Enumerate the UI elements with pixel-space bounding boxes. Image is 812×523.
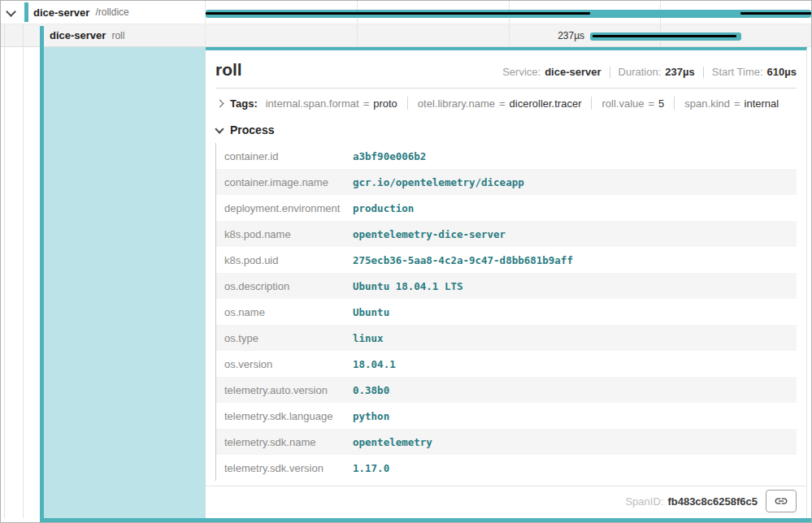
span-bar-roll[interactable] <box>590 32 741 41</box>
kv-key: deployment.environment <box>216 202 353 214</box>
kv-value: opentelemetry <box>353 436 432 448</box>
tag-item: span.kind = internal <box>684 97 779 110</box>
separator <box>610 67 610 78</box>
service-label: Service: <box>502 66 541 78</box>
span-color-bar <box>24 2 28 22</box>
tag-key: roll.value <box>601 97 644 110</box>
table-row[interactable]: os.nameUbuntu <box>216 299 797 325</box>
span-detail-footer: SpanID: fb483c8c6258f6c5 <box>206 486 806 516</box>
self-time-segment <box>593 35 736 37</box>
self-time-segment <box>740 12 811 15</box>
table-row[interactable]: telemetry.sdk.nameopentelemetry <box>216 429 797 455</box>
process-label: Process <box>230 123 274 136</box>
table-row[interactable]: telemetry.sdk.languagepython <box>216 403 797 429</box>
service-name: dice-server <box>33 6 89 19</box>
table-row[interactable]: os.typelinux <box>216 325 797 351</box>
span-name-cell-roll[interactable]: dice-server roll <box>1 24 206 46</box>
kv-value: python <box>353 410 389 422</box>
process-key-value-table: container.ida3bf90e006b2 container.image… <box>215 143 797 481</box>
table-row[interactable]: container.ida3bf90e006b2 <box>216 143 797 169</box>
span-detail-header: roll Service: dice-server Duration: 237µ… <box>206 50 806 80</box>
tag-value: 5 <box>658 97 664 110</box>
trace-timeline-view: dice-server /rolldice dice-server roll <box>0 0 812 523</box>
kv-key: os.name <box>216 306 353 318</box>
chevron-down-icon <box>215 124 224 133</box>
kv-key: os.description <box>216 280 353 292</box>
equals-sign: = <box>499 97 506 110</box>
span-detail-card: roll Service: dice-server Duration: 237µ… <box>206 47 807 518</box>
duration-value: 237µs <box>665 66 694 78</box>
kv-key: container.image.name <box>216 176 353 188</box>
self-time-segment <box>206 12 590 15</box>
kv-key: k8s.pod.name <box>216 228 353 240</box>
kv-value: 1.17.0 <box>353 462 389 474</box>
span-bar-rolldice[interactable] <box>206 10 811 18</box>
table-row[interactable]: k8s.pod.nameopentelemetry-dice-server <box>216 221 797 247</box>
kv-value: 18.04.1 <box>353 358 396 370</box>
selected-span-bottom-border <box>40 518 811 522</box>
start-time-label: Start Time: <box>712 66 763 78</box>
timeline-cell-roll: 237µs <box>206 24 811 46</box>
table-row[interactable]: telemetry.sdk.version1.17.0 <box>216 455 797 481</box>
selected-span-indent-fill <box>44 47 206 518</box>
kv-key: telemetry.sdk.version <box>216 462 353 474</box>
span-duration-label: 237µs <box>558 24 590 46</box>
duration-label: Duration: <box>619 66 662 78</box>
tag-value: diceroller.tracer <box>510 97 582 110</box>
chevron-right-icon <box>216 99 224 107</box>
tag-key: internal.span.format <box>266 97 359 110</box>
table-row[interactable]: container.image.namegcr.io/opentelemetry… <box>216 169 797 195</box>
tag-value: proto <box>373 97 397 110</box>
table-row[interactable]: deployment.environmentproduction <box>216 195 797 221</box>
kv-value: linux <box>353 332 384 344</box>
start-time-value: 610µs <box>767 66 797 78</box>
span-name-cell-rolldice[interactable]: dice-server /rolldice <box>1 1 206 24</box>
equals-sign: = <box>363 97 370 110</box>
link-icon <box>774 494 788 508</box>
table-row[interactable]: os.version18.04.1 <box>216 351 797 377</box>
kv-value: 275ecb36-5aa8-4c2a-9c47-d8bb681b9aff <box>353 254 573 266</box>
equals-sign: = <box>649 97 655 110</box>
kv-key: telemetry.auto.version <box>216 384 353 396</box>
span-id-label: SpanID: <box>625 495 663 508</box>
table-row[interactable]: telemetry.auto.version0.38b0 <box>216 377 797 403</box>
service-name: dice-server <box>50 29 106 41</box>
tree-indent-guide <box>4 24 5 518</box>
span-row-rolldice[interactable]: dice-server /rolldice <box>1 1 811 24</box>
process-accordion-header[interactable]: Process <box>215 117 797 143</box>
tag-item: otel.library.name = diceroller.tracer <box>418 97 582 110</box>
operation-name: /rolldice <box>95 6 128 18</box>
service-value: dice-server <box>545 66 601 78</box>
separator <box>407 97 408 110</box>
separator <box>591 97 592 110</box>
span-overview-stats: Service: dice-server Duration: 237µs Sta… <box>502 66 797 78</box>
kv-value: opentelemetry-dice-server <box>353 228 506 240</box>
tree-indent-guide <box>23 24 24 518</box>
deep-link-button[interactable] <box>766 490 797 512</box>
separator <box>703 67 704 78</box>
kv-value: production <box>353 202 414 214</box>
operation-name: roll <box>111 30 124 41</box>
span-title: roll <box>215 60 242 80</box>
tags-label: Tags: <box>230 97 258 110</box>
collapse-children-chevron-icon[interactable] <box>6 6 16 17</box>
span-row-roll[interactable]: dice-server roll 237µs <box>1 24 811 47</box>
grid-line <box>509 24 510 46</box>
equals-sign: = <box>734 97 740 110</box>
kv-value: gcr.io/opentelemetry/diceapp <box>353 176 524 188</box>
table-row[interactable]: k8s.pod.uid275ecb36-5aa8-4c2a-9c47-d8bb6… <box>216 247 797 273</box>
kv-key: os.version <box>216 358 353 370</box>
kv-value: Ubuntu <box>353 306 389 318</box>
kv-key: telemetry.sdk.name <box>216 436 353 448</box>
tags-accordion-header[interactable]: Tags: internal.span.format = proto otel.… <box>215 89 797 117</box>
grid-line <box>357 24 358 46</box>
separator <box>674 97 675 110</box>
timeline-cell-rolldice <box>206 1 811 24</box>
tag-value: internal <box>745 97 779 110</box>
kv-value: Ubuntu 18.04.1 LTS <box>353 280 462 292</box>
kv-value: a3bf90e006b2 <box>353 150 426 162</box>
table-row[interactable]: os.descriptionUbuntu 18.04.1 LTS <box>216 273 797 299</box>
span-id-value: fb483c8c6258f6c5 <box>667 495 758 508</box>
tag-item: roll.value = 5 <box>601 97 664 110</box>
kv-key: k8s.pod.uid <box>216 254 353 266</box>
